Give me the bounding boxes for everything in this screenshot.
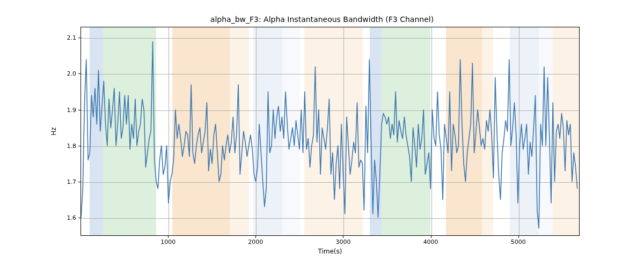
line-series: [81, 27, 579, 235]
y-tick-label: 2.0: [67, 70, 77, 77]
y-tick-label: 1.7: [67, 178, 77, 185]
x-axis-label: Time(s): [80, 248, 580, 255]
y-tick-label: 1.8: [67, 142, 77, 149]
x-tick-mark: [518, 236, 519, 238]
x-tick-label: 3000: [335, 239, 350, 245]
y-tick-mark: [78, 218, 80, 218]
y-tick-label: 1.9: [67, 106, 77, 113]
x-tick-label: 4000: [423, 239, 438, 245]
chart-figure: alpha_bw_F3: Alpha Instantaneous Bandwid…: [0, 0, 644, 268]
y-axis-label: Hz: [50, 127, 57, 135]
y-tick-mark: [78, 110, 80, 110]
y-tick-mark: [78, 73, 80, 74]
chart-axes: [80, 27, 580, 236]
y-tick-label: 2.1: [67, 34, 77, 41]
y-tick-mark: [78, 182, 80, 182]
y-tick-mark: [78, 38, 80, 38]
x-tick-label: 2000: [248, 239, 263, 245]
chart-title: alpha_bw_F3: Alpha Instantaneous Bandwid…: [0, 15, 644, 24]
x-tick-mark: [431, 236, 431, 238]
x-tick-mark: [168, 236, 169, 238]
y-tick-mark: [78, 146, 80, 146]
x-tick-mark: [343, 236, 343, 238]
x-tick-label: 1000: [160, 239, 175, 245]
y-tick-label: 1.6: [67, 214, 77, 221]
series-line: [81, 42, 577, 228]
x-tick-label: 5000: [511, 239, 526, 245]
x-tick-mark: [255, 236, 256, 238]
plot-area: [80, 27, 580, 236]
